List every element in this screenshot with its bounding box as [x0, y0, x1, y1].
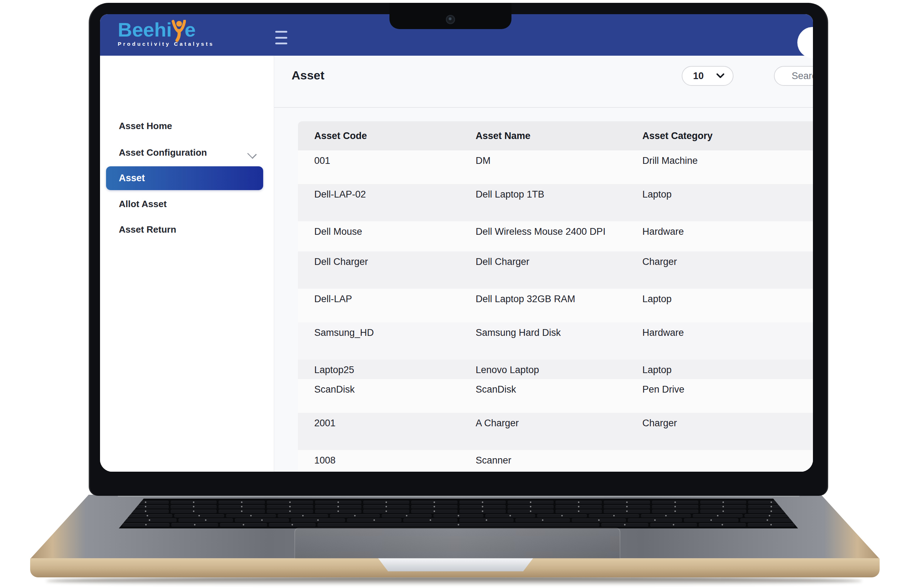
keyboard-key: [459, 501, 506, 504]
keyboard-key: [411, 510, 457, 513]
page-size-select[interactable]: 10: [682, 66, 734, 86]
person-icon: [172, 20, 186, 42]
keyboard-key: [347, 519, 401, 522]
keyboard-key: [411, 501, 457, 504]
user-avatar[interactable]: [797, 27, 813, 58]
table-row: Laptop25 Lenovo Laptop Laptop: [298, 359, 813, 379]
keyboard-key: [171, 510, 217, 513]
cell-asset-name: Dell Laptop 1TB: [459, 184, 626, 221]
keyboard-key: [171, 523, 219, 527]
sidebar-item-asset-home[interactable]: Asset Home: [119, 119, 172, 133]
cell-asset-name: Lenovo Laptop: [459, 359, 626, 379]
cell-asset-category: Charger: [626, 413, 813, 450]
laptop-lid-scoop: [378, 558, 533, 571]
keyboard-key: [315, 510, 361, 513]
sidebar-item-label: Allot Asset: [119, 198, 167, 209]
keyboard-key: [700, 510, 747, 513]
chevron-down-icon: [247, 149, 257, 159]
keyboard-key: [226, 514, 276, 518]
sidebar-item-label: Asset Home: [119, 121, 172, 132]
keyboard-key: [267, 510, 313, 513]
menu-toggle-icon[interactable]: [275, 31, 287, 44]
keyboard-key: [267, 501, 313, 504]
keyboard-key: [403, 519, 457, 522]
laptop-mockup: Beehi e Productivity Catalysts: [0, 0, 908, 588]
keyboard-key: [555, 505, 602, 509]
column-header-asset-category: Asset Category: [626, 130, 813, 142]
keyboard-key: [628, 519, 682, 522]
keyboard-key: [699, 523, 746, 527]
sidebar-item-label: Asset Configuration: [119, 147, 207, 158]
keyboard-key: [700, 501, 747, 504]
brand-logo[interactable]: Beehi e Productivity Catalysts: [118, 19, 224, 47]
table-row: Dell Charger Dell Charger Charger: [298, 251, 813, 289]
keyboard-key: [291, 519, 345, 522]
search-input[interactable]: [791, 70, 813, 82]
keyboard-key: [174, 514, 224, 518]
sidebar-item-asset-selected[interactable]: Asset: [106, 166, 263, 190]
cell-asset-code: Dell Mouse: [298, 221, 459, 251]
logo-text-pre: Beehi: [118, 19, 172, 40]
keyboard-key: [604, 505, 650, 509]
laptop-screen: Beehi e Productivity Catalysts: [100, 14, 813, 472]
keyboard-key: [740, 519, 794, 522]
cell-asset-name: Dell Laptop 32GB RAM: [459, 289, 626, 322]
main-content: Asset 10 Asset Code Asset Name Asset Cat…: [274, 56, 813, 472]
keyboard-key: [555, 510, 602, 513]
cell-asset-category: Laptop: [626, 359, 813, 379]
trackpad: [295, 528, 620, 559]
keyboard-key: [507, 510, 554, 513]
keyboard-key: [748, 523, 795, 527]
webcam-icon: [446, 15, 455, 24]
table-row: 2001 A Charger Charger: [298, 413, 813, 450]
keyboard-key: [315, 501, 361, 504]
sidebar: Asset Home Asset Configuration Asset All…: [100, 56, 274, 472]
cell-asset-name: Dell Charger: [459, 251, 626, 289]
keyboard-key: [652, 510, 699, 513]
keyboard-key: [235, 519, 289, 522]
table-body: 001 DM Drill Machine Dell-LAP-02 Dell La…: [298, 150, 813, 472]
sidebar-item-asset-return[interactable]: Asset Return: [119, 222, 176, 237]
page-size-value: 10: [693, 71, 704, 82]
keyboard-key: [363, 501, 410, 504]
header-divider: [274, 107, 813, 108]
keyboard-key: [171, 505, 217, 509]
keyboard-key: [684, 519, 738, 522]
keyboard-key: [269, 523, 316, 527]
logo-text-post: e: [185, 19, 196, 40]
cell-asset-code: Dell-LAP: [298, 289, 459, 322]
sidebar-item-asset-configuration[interactable]: Asset Configuration: [119, 145, 268, 159]
page-title: Asset: [291, 68, 325, 82]
sidebar-item-allot-asset[interactable]: Allot Asset: [119, 197, 167, 211]
cell-asset-name: Scanner: [459, 450, 626, 472]
keyboard-key: [693, 514, 743, 518]
keyboard-key: [330, 514, 380, 518]
brand-logo-text: Beehi e: [118, 19, 224, 40]
table-row: ScanDisk ScanDisk Pen Drive: [298, 379, 813, 413]
keyboard-key: [459, 510, 506, 513]
keyboard-key: [219, 505, 265, 509]
keyboard-key: [382, 514, 431, 518]
cell-asset-code: ScanDisk: [298, 379, 459, 413]
cell-asset-category: Drill Machine: [626, 150, 813, 184]
keyboard-key: [278, 514, 328, 518]
keyboard-key: [433, 514, 483, 518]
keyboard-key: [589, 514, 639, 518]
table-row: 001 DM Drill Machine: [298, 150, 813, 184]
brand-subtitle: Productivity Catalysts: [118, 41, 224, 47]
table-header-row: Asset Code Asset Name Asset Category: [298, 121, 813, 150]
table-row: Dell-LAP Dell Laptop 32GB RAM Laptop: [298, 289, 813, 322]
keyboard-key: [604, 510, 650, 513]
keyboard-key: [572, 519, 626, 522]
keyboard-key: [411, 505, 457, 509]
sidebar-item-label: Asset: [119, 173, 145, 184]
keyboard-key: [219, 510, 265, 513]
screen-notch: [390, 3, 512, 29]
keyboard-key: [267, 505, 313, 509]
table-row: 1008 Scanner: [298, 450, 813, 472]
keyboard-key: [604, 501, 650, 504]
keyboard-key: [485, 514, 535, 518]
keyboard-key: [363, 505, 410, 509]
keyboard-key: [219, 501, 265, 504]
table-row: Dell-LAP-02 Dell Laptop 1TB Laptop: [298, 184, 813, 221]
